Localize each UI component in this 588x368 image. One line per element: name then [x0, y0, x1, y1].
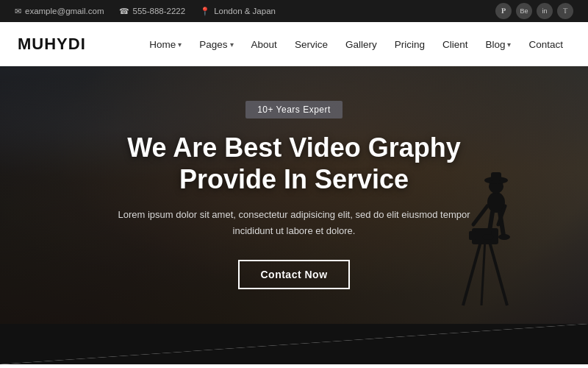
bottom-triangle-svg	[0, 324, 588, 364]
bottom-section	[0, 324, 588, 368]
nav-item-service[interactable]: Service	[287, 35, 335, 54]
nav-item-about[interactable]: About	[244, 35, 284, 54]
linkedin-icon[interactable]: in	[537, 3, 553, 19]
hero-content: 10+ Years Expert We Are Best Video Graph…	[0, 66, 588, 324]
blog-arrow: ▾	[507, 40, 511, 49]
home-arrow: ▾	[178, 40, 182, 49]
nav-item-contact[interactable]: Contact	[521, 35, 570, 54]
location-text: London & Japan	[214, 7, 276, 15]
brand-logo[interactable]: MUHYDI	[18, 35, 86, 54]
hero-title-line1: We Are Best Video Graphy	[127, 132, 460, 163]
triangle-container	[0, 324, 588, 364]
email-text: example@gmail.com	[25, 7, 104, 15]
hero-description: Lorem ipsum dolor sit amet, consectetur …	[118, 207, 470, 239]
nav-link-gallery[interactable]: Gallery	[338, 35, 384, 54]
hero-title-line2: Provide In Service	[179, 164, 409, 194]
email-icon: ✉	[15, 7, 21, 16]
twitter-icon[interactable]: 𝕋	[557, 3, 573, 19]
top-bar-left: ✉ example@gmail.com ☎ 555-888-2222 📍 Lon…	[15, 7, 276, 16]
navbar: MUHYDI Home ▾ Pages ▾ About Service	[0, 22, 588, 66]
nav-item-pages[interactable]: Pages ▾	[192, 35, 240, 54]
location-info: 📍 London & Japan	[200, 7, 276, 16]
location-icon: 📍	[200, 7, 210, 16]
nav-link-blog[interactable]: Blog ▾	[478, 35, 518, 54]
nav-link-pricing[interactable]: Pricing	[387, 35, 432, 54]
nav-link-pages[interactable]: Pages ▾	[192, 35, 240, 54]
behance-icon[interactable]: Be	[516, 3, 532, 19]
nav-link-contact[interactable]: Contact	[521, 35, 570, 54]
phone-text: 555-888-2222	[133, 7, 186, 15]
hero-title: We Are Best Video Graphy Provide In Serv…	[127, 132, 460, 195]
nav-link-about[interactable]: About	[244, 35, 284, 54]
nav-item-pricing[interactable]: Pricing	[387, 35, 432, 54]
hero-badge: 10+ Years Expert	[245, 101, 343, 118]
contact-now-button[interactable]: Contact Now	[238, 260, 349, 289]
top-bar: ✉ example@gmail.com ☎ 555-888-2222 📍 Lon…	[0, 0, 588, 22]
phone-info: ☎ 555-888-2222	[119, 7, 186, 16]
hero-section: 10+ Years Expert We Are Best Video Graph…	[0, 66, 588, 324]
nav-link-service[interactable]: Service	[287, 35, 335, 54]
pages-arrow: ▾	[230, 40, 234, 49]
nav-item-home[interactable]: Home ▾	[142, 35, 189, 54]
nav-link-client[interactable]: Client	[435, 35, 476, 54]
pinterest-icon[interactable]: 𝐏	[495, 3, 512, 19]
phone-icon: ☎	[119, 7, 129, 16]
nav-item-gallery[interactable]: Gallery	[338, 35, 384, 54]
nav-link-home[interactable]: Home ▾	[142, 35, 189, 54]
email-info: ✉ example@gmail.com	[15, 7, 104, 16]
nav-item-client[interactable]: Client	[435, 35, 476, 54]
nav-menu: Home ▾ Pages ▾ About Service Gallery	[142, 35, 570, 54]
social-icons: 𝐏 Be in 𝕋	[495, 3, 573, 19]
nav-item-blog[interactable]: Blog ▾	[478, 35, 518, 54]
